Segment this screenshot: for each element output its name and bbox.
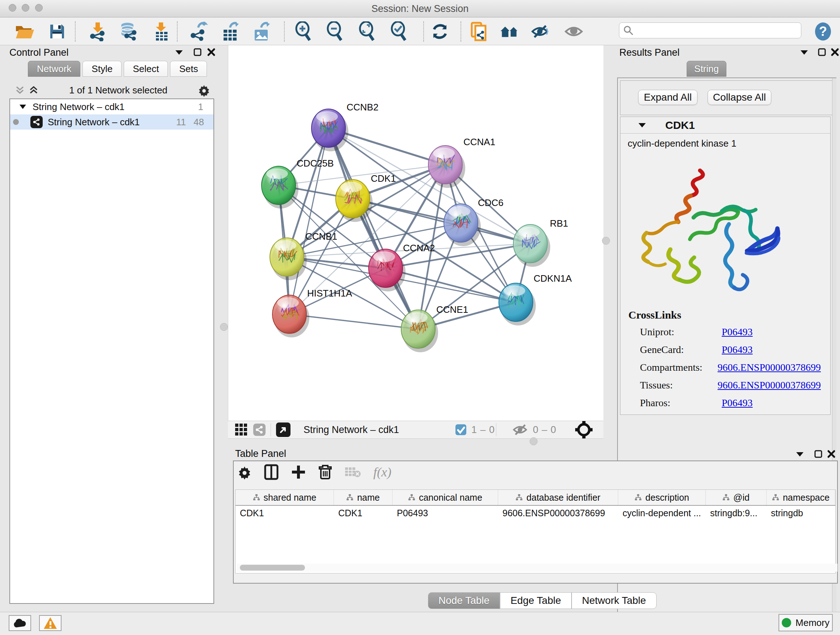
close-x-icon <box>829 451 834 457</box>
first-neighbors-button[interactable] <box>500 22 519 41</box>
export-network-button[interactable] <box>189 22 208 41</box>
string-network-graph[interactable]: CCNB2CCNA1CDC25BCDK1CDC6RB1CCNB1CCNA2CDK… <box>228 45 604 421</box>
column-header-shared-name[interactable]: shared name <box>235 490 334 505</box>
collapse-all-button[interactable]: Collapse All <box>707 90 771 105</box>
network-node-CCNE1[interactable] <box>401 310 438 352</box>
export-table-button[interactable] <box>221 22 240 41</box>
table-row[interactable]: CDK1CDK1P064939606.ENSP00000378699cyclin… <box>235 506 835 520</box>
import-table-button[interactable] <box>151 22 170 41</box>
crosslink-link[interactable]: 9606.ENSP00000378699 <box>718 362 821 373</box>
delete-trash-icon[interactable] <box>318 464 332 480</box>
network-share-view-icon[interactable] <box>253 424 265 436</box>
control-panel-close-button[interactable] <box>207 48 216 58</box>
show-all-button[interactable] <box>564 22 583 41</box>
network-collection-row[interactable]: String Network – cdk1 1 <box>10 99 213 114</box>
node-gloss-highlight <box>266 168 288 179</box>
crosslink-link[interactable]: 9606.ENSP00000378699 <box>718 379 821 391</box>
refresh-button[interactable] <box>431 22 449 41</box>
gene-card-header[interactable]: CDK1 <box>621 117 830 134</box>
network-options-gear-icon[interactable] <box>197 84 210 97</box>
zoom-out-button[interactable] <box>325 22 344 41</box>
pan-target-icon[interactable] <box>575 420 593 439</box>
tree-expand-triangle-icon[interactable] <box>19 103 27 110</box>
column-header-description[interactable]: description <box>618 490 706 505</box>
help-button[interactable]: ? <box>814 22 832 41</box>
network-node-HIST1H1A[interactable] <box>272 295 309 337</box>
selected-checkbox-icon[interactable] <box>455 424 467 436</box>
left-splitter-handle[interactable] <box>220 323 228 331</box>
right-splitter-handle[interactable] <box>602 237 610 245</box>
network-view-canvas[interactable]: CCNB2CCNA1CDC25BCDK1CDC6RB1CCNB1CCNA2CDK… <box>228 45 603 421</box>
tab-select[interactable]: Select <box>124 61 168 77</box>
crosslink-label: Compartments: <box>640 362 718 373</box>
network-node-CDC6[interactable] <box>444 204 481 246</box>
add-column-plus-icon[interactable] <box>291 464 306 480</box>
search-input[interactable] <box>634 25 793 35</box>
hidden-eye-slash-icon[interactable] <box>513 423 529 436</box>
open-session-button[interactable] <box>15 22 34 41</box>
results-panel-close-button[interactable] <box>831 48 839 58</box>
zoom-in-button[interactable] <box>294 22 313 41</box>
search-box[interactable] <box>619 22 801 38</box>
bottom-splitter-handle[interactable] <box>530 437 538 445</box>
table-options-gear-icon[interactable] <box>237 465 252 479</box>
table-hscrollbar[interactable] <box>237 564 837 572</box>
column-header-database-identifier[interactable]: database identifier <box>498 490 618 505</box>
tab-style[interactable]: Style <box>82 61 122 77</box>
expand-all-button[interactable]: Expand All <box>638 90 698 105</box>
network-edge[interactable] <box>353 199 531 244</box>
memory-button[interactable]: Memory <box>778 614 833 631</box>
network-node-CCNA1[interactable] <box>428 146 465 188</box>
network-node-CDKN1A[interactable] <box>499 283 536 325</box>
control-panel-float-button[interactable] <box>193 48 202 58</box>
zoom-selected-button[interactable] <box>389 22 408 41</box>
zoom-fit-button[interactable] <box>357 22 376 41</box>
network-edge[interactable] <box>289 128 328 314</box>
duplicate-network-button[interactable] <box>470 22 488 41</box>
export-image-button[interactable] <box>252 22 271 41</box>
collapse-all-chevrons-icon[interactable] <box>14 85 25 96</box>
network-node-CDK1[interactable] <box>336 180 373 222</box>
column-header-canonical-name[interactable]: canonical name <box>393 490 498 505</box>
hide-selected-button[interactable] <box>531 22 550 41</box>
results-panel-float-button[interactable] <box>818 48 826 58</box>
show-columns-icon[interactable] <box>264 464 279 480</box>
crosslink-link[interactable]: P06493 <box>722 397 753 409</box>
table-hscrollbar-thumb[interactable] <box>240 565 305 570</box>
import-network-from-database-button[interactable] <box>118 22 137 41</box>
control-panel-collapse-button[interactable] <box>174 49 184 57</box>
crosslink-link[interactable]: P06493 <box>722 344 753 356</box>
grid-view-icon[interactable] <box>234 423 248 437</box>
birds-eye-view-icon[interactable] <box>276 423 291 437</box>
tab-sets[interactable]: Sets <box>170 61 207 77</box>
tab-network-table[interactable]: Network Table <box>572 592 657 609</box>
network-node-CCNA2[interactable] <box>369 249 406 291</box>
tab-network[interactable]: Network <box>28 61 80 77</box>
network-node-CDC25B[interactable] <box>262 166 298 209</box>
network-node-CCNB2[interactable] <box>311 109 348 151</box>
tab-node-table[interactable]: Node Table <box>428 592 500 609</box>
gene-collapse-triangle-icon[interactable] <box>638 122 646 128</box>
expand-all-chevrons-icon[interactable] <box>28 85 39 96</box>
crosslink-row: Uniprot:P06493 <box>640 326 821 338</box>
tab-edge-table[interactable]: Edge Table <box>500 592 572 609</box>
cloud-status-button[interactable] <box>9 615 31 631</box>
column-header-namespace[interactable]: namespace <box>767 490 835 505</box>
crosslink-link[interactable]: P06493 <box>722 326 753 338</box>
table-panel-float-button[interactable] <box>814 450 823 460</box>
delete-table-icon[interactable] <box>344 466 361 478</box>
column-header-@id[interactable]: @id <box>706 490 767 505</box>
function-builder-button[interactable]: f(x) <box>373 464 392 480</box>
network-row-selected[interactable]: String Network – cdk1 11 48 <box>10 114 213 130</box>
save-session-button[interactable] <box>48 22 66 41</box>
network-edge[interactable] <box>328 128 418 329</box>
table-panel-collapse-button[interactable] <box>795 450 805 459</box>
import-network-button[interactable] <box>88 22 106 41</box>
results-panel-collapse-button[interactable] <box>799 49 809 57</box>
warnings-button[interactable] <box>39 615 62 631</box>
tab-string[interactable]: String <box>687 61 726 77</box>
column-header-name[interactable]: name <box>334 490 393 505</box>
table-panel-close-button[interactable] <box>827 450 836 460</box>
network-node-RB1[interactable] <box>513 225 550 267</box>
column-header-label: canonical name <box>419 492 482 503</box>
